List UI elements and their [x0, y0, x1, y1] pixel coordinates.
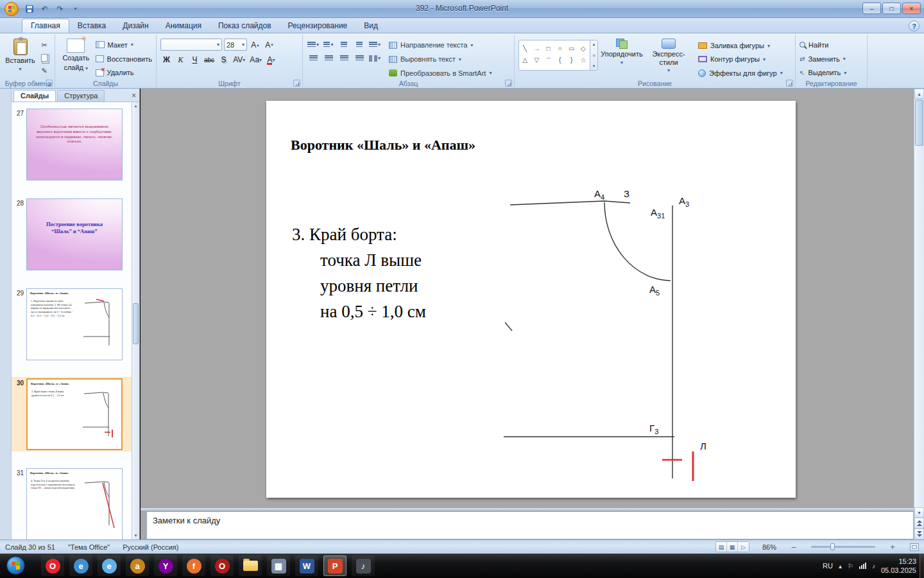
panel-scrollbar[interactable]: ▴ ▾ [132, 102, 139, 539]
new-slide-button[interactable]: Создать слайд ▾ [59, 36, 93, 78]
shape-brace-left-icon[interactable]: { [559, 57, 561, 66]
text-shadow-button[interactable]: S [218, 54, 230, 66]
italic-button[interactable]: К [175, 54, 187, 66]
columns-button[interactable]: ▾ [368, 53, 381, 64]
justify-button[interactable] [353, 53, 366, 64]
shape-ellipse-icon[interactable]: ○ [558, 45, 562, 52]
taskbar-app-media[interactable]: ♪ [352, 556, 375, 576]
panel-scroll-down-icon[interactable]: ▾ [135, 533, 137, 538]
delete-slide-button[interactable]: Удалить [96, 67, 152, 78]
zoom-in-button[interactable]: + [888, 543, 897, 552]
drawing-dialog-launcher[interactable] [786, 80, 793, 87]
maximize-button[interactable]: □ [882, 3, 901, 14]
slide-thumbnail-31[interactable]: 31 Воротник «Шаль» и «Апаш» 4. Точки Л и… [12, 467, 132, 539]
font-name-combobox[interactable]: ▾ [160, 39, 222, 51]
character-spacing-button[interactable]: AV▾ [232, 54, 246, 66]
align-left-button[interactable] [307, 53, 320, 64]
bold-button[interactable]: Ж [160, 54, 173, 66]
slide-canvas[interactable]: Воротник «Шаль» и «Апаш» 3. Край борта: … [266, 101, 796, 498]
find-button[interactable]: Найти [800, 39, 846, 51]
slide-thumbnail-27[interactable]: 27 Особенностью является выкраивание вер… [12, 107, 132, 182]
select-button[interactable]: ↖ Выделить▾ [800, 67, 846, 78]
shape-diamond-icon[interactable]: ◇ [581, 45, 586, 52]
taskbar-app-word[interactable]: W [295, 556, 318, 576]
notes-splitter[interactable] [141, 507, 914, 511]
align-text-button[interactable]: Выровнять текст▾ [389, 54, 492, 65]
decrease-indent-button[interactable] [338, 39, 350, 50]
increase-indent-button[interactable] [353, 39, 366, 50]
scrollbar-thumb[interactable] [915, 100, 923, 146]
tray-clock[interactable]: 15:23 05.03.2025 [881, 557, 916, 575]
scroll-up-button[interactable]: ▴ [914, 89, 924, 99]
status-language[interactable]: Русский (Россия) [123, 543, 178, 551]
underline-button[interactable]: Ч [189, 54, 201, 66]
align-right-button[interactable] [338, 53, 350, 64]
taskbar-app-explorer[interactable] [239, 556, 262, 576]
tab-vstavka[interactable]: Вставка [69, 19, 115, 33]
panel-tab-outline[interactable]: Структура [57, 90, 105, 101]
bullets-button[interactable]: ▾ [307, 39, 320, 50]
tab-dizayn[interactable]: Дизайн [114, 19, 157, 33]
line-spacing-button[interactable]: ▾ [368, 39, 381, 50]
paragraph-dialog-launcher[interactable] [505, 80, 512, 87]
slide-thumbnail-29[interactable]: 29 Воротник «Шаль» и «Апаш» 1. Воротник … [12, 287, 132, 362]
next-slide-button[interactable] [914, 529, 924, 539]
minimize-button[interactable]: – [862, 3, 881, 14]
notes-pane[interactable]: Заметки к слайду [146, 511, 914, 539]
normal-view-button[interactable]: ▤ [716, 542, 727, 552]
panel-tab-slides[interactable]: Слайды [13, 90, 56, 101]
font-color-button[interactable]: А▾ [265, 54, 277, 66]
slide-thumbnail-30-selected[interactable]: 30 Воротник «Шаль» и «Апаш» 3. Край борт… [12, 377, 132, 451]
tray-flag-icon[interactable]: ⚐ [848, 563, 853, 570]
shape-line-icon[interactable]: ╲ [523, 45, 527, 52]
grow-font-button[interactable]: А▴ [249, 39, 261, 51]
zoom-slider-thumb[interactable] [830, 543, 835, 550]
taskbar-app-opera-2[interactable]: O [210, 556, 234, 576]
scroll-down-button[interactable]: ▾ [914, 507, 924, 518]
panel-scroll-up-icon[interactable]: ▴ [135, 103, 137, 109]
shape-brace-right-icon[interactable]: } [570, 57, 572, 66]
font-size-combobox[interactable]: 28▾ [224, 39, 247, 51]
tab-glavnaya[interactable]: Главная [22, 19, 69, 33]
previous-slide-button[interactable] [914, 518, 924, 529]
slide-thumbnail-28[interactable]: 28 Построение воротника “Шаль” и “Апаш” [12, 197, 132, 272]
shape-arc-icon[interactable]: ⌒ [545, 57, 551, 66]
taskbar-app-opera[interactable]: O [41, 556, 64, 576]
format-painter-button[interactable]: ✎ [38, 66, 51, 76]
numbering-button[interactable]: ▾ [322, 39, 335, 50]
reset-slide-button[interactable]: Восстановить [96, 53, 152, 65]
tray-volume-icon[interactable]: ♪ [872, 563, 875, 570]
slideshow-view-button[interactable]: ▷ [738, 542, 749, 552]
taskbar-app-internet-explorer-2[interactable]: e [98, 556, 121, 576]
shapes-gallery-scrollbar[interactable]: ▴≡▾ [590, 40, 597, 70]
shape-arrow-icon[interactable]: → [533, 45, 540, 52]
shape-fill-button[interactable]: Заливка фигуры▾ [698, 40, 783, 51]
cut-button[interactable]: ✂ [38, 40, 51, 50]
paste-button[interactable]: Вставить ▾ [5, 36, 35, 78]
tab-vid[interactable]: Вид [355, 19, 386, 33]
shape-outline-button[interactable]: Контур фигуры▾ [698, 54, 783, 64]
taskbar-app-internet-explorer[interactable]: e [69, 556, 92, 576]
show-desktop-button[interactable] [920, 554, 924, 578]
slide-sorter-view-button[interactable]: ▦ [727, 542, 738, 552]
clipboard-dialog-launcher[interactable] [46, 80, 53, 87]
fit-to-window-button[interactable] [910, 543, 919, 551]
vertical-scrollbar[interactable]: ▴ ▾ [914, 89, 924, 539]
shape-triangle-icon[interactable]: △ [522, 57, 527, 66]
zoom-slider[interactable] [811, 546, 875, 548]
shape-rectangle-icon[interactable]: □ [546, 45, 550, 52]
strikethrough-button[interactable]: abc [203, 54, 216, 66]
taskbar-app-yahoo[interactable]: Y [154, 556, 177, 576]
text-direction-button[interactable]: Направление текста▾ [389, 40, 492, 51]
shape-triangle-down-icon[interactable]: ▽ [534, 57, 539, 66]
zoom-level[interactable]: 86% [762, 543, 776, 551]
shape-rounded-rect-icon[interactable]: ▭ [569, 45, 574, 52]
tray-hidden-icons-button[interactable]: ▴ [839, 563, 842, 570]
shapes-gallery[interactable]: ╲ → □ ○ ▭ ◇ △ ▽ ⌒ { } ☆ ▴≡▾ [518, 40, 598, 71]
quick-styles-button[interactable]: Экспресс-стили ▾ [646, 36, 692, 78]
taskbar-app-firefox[interactable]: f [182, 556, 205, 576]
start-button[interactable] [6, 556, 25, 575]
panel-close-button[interactable]: × [132, 92, 136, 101]
zoom-out-button[interactable]: – [789, 543, 798, 552]
tray-language-indicator[interactable]: RU [823, 562, 833, 570]
